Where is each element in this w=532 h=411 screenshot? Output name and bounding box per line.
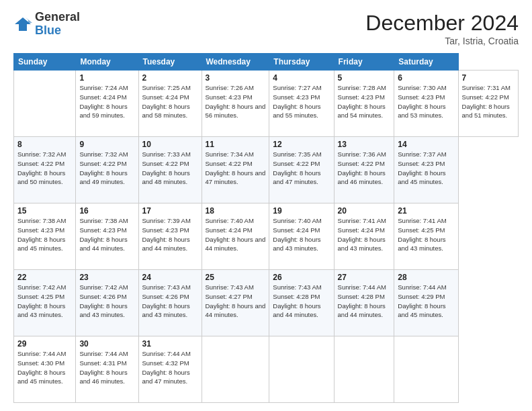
day-info: Sunrise: 7:27 AM Sunset: 4:23 PM Dayligh… — [273, 83, 330, 120]
calendar-cell: 5 Sunrise: 7:28 AM Sunset: 4:23 PM Dayli… — [334, 71, 394, 137]
calendar-cell: 2 Sunrise: 7:25 AM Sunset: 4:24 PM Dayli… — [138, 71, 202, 137]
day-info: Sunrise: 7:43 AM Sunset: 4:27 PM Dayligh… — [206, 283, 266, 320]
calendar-cell — [394, 336, 458, 403]
col-monday: Monday — [76, 54, 138, 71]
calendar-cell: 21 Sunrise: 7:41 AM Sunset: 4:25 PM Dayl… — [394, 203, 458, 270]
col-friday: Friday — [334, 54, 394, 71]
day-number: 1 — [79, 73, 134, 83]
day-number: 13 — [338, 140, 391, 149]
location-subtitle: Tar, Istria, Croatia — [365, 36, 519, 46]
day-info: Sunrise: 7:40 AM Sunset: 4:24 PM Dayligh… — [273, 216, 330, 253]
day-number: 29 — [17, 339, 72, 349]
calendar-cell: 16 Sunrise: 7:38 AM Sunset: 4:23 PM Dayl… — [76, 203, 138, 270]
day-info: Sunrise: 7:41 AM Sunset: 4:25 PM Dayligh… — [398, 216, 454, 253]
day-number: 11 — [206, 140, 266, 149]
calendar-week-5: 29 Sunrise: 7:44 AM Sunset: 4:30 PM Dayl… — [14, 336, 519, 403]
col-sunday: Sunday — [14, 54, 76, 71]
calendar-cell: 27 Sunrise: 7:44 AM Sunset: 4:28 PM Dayl… — [334, 270, 394, 336]
calendar-cell — [202, 336, 269, 403]
day-info: Sunrise: 7:44 AM Sunset: 4:28 PM Dayligh… — [338, 283, 391, 320]
day-info: Sunrise: 7:32 AM Sunset: 4:22 PM Dayligh… — [79, 150, 134, 187]
calendar-cell: 6 Sunrise: 7:30 AM Sunset: 4:23 PM Dayli… — [394, 71, 458, 137]
day-info: Sunrise: 7:37 AM Sunset: 4:23 PM Dayligh… — [398, 150, 454, 187]
day-info: Sunrise: 7:38 AM Sunset: 4:23 PM Dayligh… — [17, 216, 72, 253]
calendar-cell: 31 Sunrise: 7:44 AM Sunset: 4:32 PM Dayl… — [138, 336, 202, 403]
day-info: Sunrise: 7:43 AM Sunset: 4:28 PM Dayligh… — [273, 283, 330, 320]
day-number: 2 — [142, 73, 198, 83]
calendar-header-row: Sunday Monday Tuesday Wednesday Thursday… — [14, 54, 519, 71]
calendar-cell: 17 Sunrise: 7:39 AM Sunset: 4:23 PM Dayl… — [138, 203, 202, 270]
day-info: Sunrise: 7:25 AM Sunset: 4:24 PM Dayligh… — [142, 83, 198, 120]
calendar-cell: 1 Sunrise: 7:24 AM Sunset: 4:24 PM Dayli… — [76, 71, 138, 137]
calendar-cell: 13 Sunrise: 7:36 AM Sunset: 4:22 PM Dayl… — [334, 137, 394, 203]
day-info: Sunrise: 7:44 AM Sunset: 4:30 PM Dayligh… — [17, 349, 72, 386]
day-number: 5 — [338, 73, 391, 83]
logo-text: General Blue — [35, 11, 80, 38]
calendar-cell: 28 Sunrise: 7:44 AM Sunset: 4:29 PM Dayl… — [394, 270, 458, 336]
day-number: 3 — [206, 73, 266, 83]
day-info: Sunrise: 7:34 AM Sunset: 4:22 PM Dayligh… — [206, 150, 266, 187]
header: General Blue December 2024 Tar, Istria, … — [13, 11, 519, 46]
calendar-cell: 9 Sunrise: 7:32 AM Sunset: 4:22 PM Dayli… — [76, 137, 138, 203]
day-number: 20 — [338, 206, 391, 216]
day-number: 15 — [17, 206, 72, 216]
calendar-cell: 4 Sunrise: 7:27 AM Sunset: 4:23 PM Dayli… — [269, 71, 334, 137]
calendar-cell: 15 Sunrise: 7:38 AM Sunset: 4:23 PM Dayl… — [14, 203, 76, 270]
calendar-cell — [334, 336, 394, 403]
day-number: 28 — [398, 273, 454, 282]
col-thursday: Thursday — [269, 54, 334, 71]
day-info: Sunrise: 7:42 AM Sunset: 4:25 PM Dayligh… — [17, 283, 72, 320]
calendar-cell: 12 Sunrise: 7:35 AM Sunset: 4:22 PM Dayl… — [269, 137, 334, 203]
calendar-cell: 26 Sunrise: 7:43 AM Sunset: 4:28 PM Dayl… — [269, 270, 334, 336]
logo: General Blue — [13, 11, 80, 38]
calendar-cell: 25 Sunrise: 7:43 AM Sunset: 4:27 PM Dayl… — [202, 270, 269, 336]
day-info: Sunrise: 7:44 AM Sunset: 4:32 PM Dayligh… — [142, 349, 198, 386]
day-info: Sunrise: 7:39 AM Sunset: 4:23 PM Dayligh… — [142, 216, 198, 253]
day-number: 12 — [273, 140, 330, 149]
day-number: 30 — [79, 339, 134, 349]
logo-blue: Blue — [35, 24, 61, 37]
calendar-week-1: 1 Sunrise: 7:24 AM Sunset: 4:24 PM Dayli… — [14, 71, 519, 137]
day-number: 26 — [273, 273, 330, 282]
col-wednesday: Wednesday — [202, 54, 269, 71]
calendar-cell: 22 Sunrise: 7:42 AM Sunset: 4:25 PM Dayl… — [14, 270, 76, 336]
day-number: 31 — [142, 339, 198, 349]
calendar-cell: 20 Sunrise: 7:41 AM Sunset: 4:24 PM Dayl… — [334, 203, 394, 270]
day-number: 8 — [17, 140, 72, 149]
title-block: December 2024 Tar, Istria, Croatia — [365, 11, 519, 46]
day-number: 22 — [17, 273, 72, 282]
calendar-cell — [269, 336, 334, 403]
col-saturday: Saturday — [394, 54, 458, 71]
svg-marker-0 — [15, 17, 31, 31]
day-number: 25 — [206, 273, 266, 282]
calendar-cell: 3 Sunrise: 7:26 AM Sunset: 4:23 PM Dayli… — [202, 71, 269, 137]
day-info: Sunrise: 7:43 AM Sunset: 4:26 PM Dayligh… — [142, 283, 198, 320]
day-info: Sunrise: 7:44 AM Sunset: 4:31 PM Dayligh… — [79, 349, 134, 386]
day-number: 6 — [398, 73, 454, 83]
month-title: December 2024 — [365, 11, 519, 36]
day-info: Sunrise: 7:26 AM Sunset: 4:23 PM Dayligh… — [206, 83, 266, 120]
calendar-cell: 24 Sunrise: 7:43 AM Sunset: 4:26 PM Dayl… — [138, 270, 202, 336]
calendar-table: Sunday Monday Tuesday Wednesday Thursday… — [13, 53, 519, 403]
day-info: Sunrise: 7:31 AM Sunset: 4:22 PM Dayligh… — [462, 83, 515, 120]
day-number: 9 — [79, 140, 134, 149]
day-info: Sunrise: 7:35 AM Sunset: 4:22 PM Dayligh… — [273, 150, 330, 187]
calendar-cell: 23 Sunrise: 7:42 AM Sunset: 4:26 PM Dayl… — [76, 270, 138, 336]
day-number: 23 — [79, 273, 134, 282]
day-number: 14 — [398, 140, 454, 149]
col-tuesday: Tuesday — [138, 54, 202, 71]
day-number: 17 — [142, 206, 198, 216]
logo-icon — [13, 15, 32, 34]
calendar-cell: 19 Sunrise: 7:40 AM Sunset: 4:24 PM Dayl… — [269, 203, 334, 270]
day-number: 27 — [338, 273, 391, 282]
calendar-cell: 14 Sunrise: 7:37 AM Sunset: 4:23 PM Dayl… — [394, 137, 458, 203]
day-info: Sunrise: 7:42 AM Sunset: 4:26 PM Dayligh… — [79, 283, 134, 320]
day-info: Sunrise: 7:36 AM Sunset: 4:22 PM Dayligh… — [338, 150, 391, 187]
day-info: Sunrise: 7:40 AM Sunset: 4:24 PM Dayligh… — [206, 216, 266, 253]
day-info: Sunrise: 7:41 AM Sunset: 4:24 PM Dayligh… — [338, 216, 391, 253]
calendar-cell — [14, 71, 76, 137]
calendar-cell: 18 Sunrise: 7:40 AM Sunset: 4:24 PM Dayl… — [202, 203, 269, 270]
calendar-cell: 11 Sunrise: 7:34 AM Sunset: 4:22 PM Dayl… — [202, 137, 269, 203]
day-number: 16 — [79, 206, 134, 216]
calendar-cell: 30 Sunrise: 7:44 AM Sunset: 4:31 PM Dayl… — [76, 336, 138, 403]
